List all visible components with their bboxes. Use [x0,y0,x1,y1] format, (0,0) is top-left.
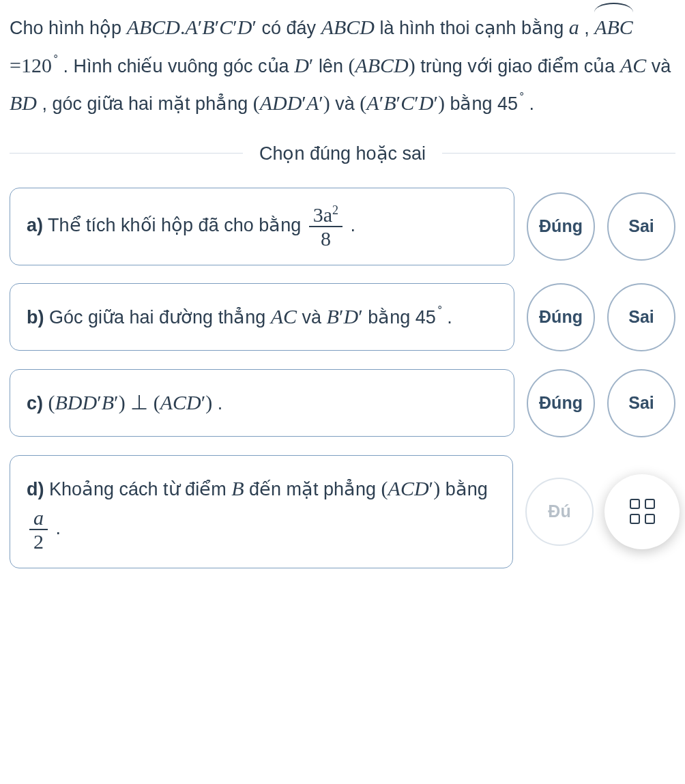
prompt-text: trùng với giao điểm của [420,56,620,76]
math-arc-abc: ABC [594,8,633,46]
question-row-c: c) (BDD′B′) ⊥ (ACD′) . Đúng Sai [10,369,675,437]
math-ac: AC [620,54,646,76]
prompt-text: và [335,93,360,114]
true-button-d[interactable]: Đú [525,478,594,546]
question-label: d) [27,479,44,499]
prompt-text: bằng 45 [450,93,518,114]
question-row-b: b) Góc giữa hai đường thẳng AC và B′D′ b… [10,283,675,351]
question-tail: . [56,518,61,538]
math-a: a [569,16,579,38]
degree-symbol: ∘ [519,88,525,99]
answer-group-d: Đú [525,474,675,549]
math-bd: BD [10,91,37,114]
math-paren-abcd: (ABCD) [348,54,415,76]
math-d-prime: D′ [294,54,313,76]
false-button-c[interactable]: Sai [607,369,675,437]
fraction: a 2 [29,506,48,553]
math-eq120: =120 [10,54,52,76]
math-addpap: (ADD′A′) [253,91,330,114]
prompt-text: và [652,56,671,76]
question-text: Góc giữa hai đường thẳng [49,307,271,328]
math-b: B [231,477,244,499]
question-text: và [302,307,327,328]
question-tail: . [218,393,223,413]
question-text: bằng [446,479,488,499]
degree-symbol: ∘ [53,50,59,61]
math-bpdp: B′D′ [327,305,363,328]
prompt-text: . [529,93,535,114]
instruction-divider: Chọn đúng hoặc sai [10,143,675,164]
prompt-text: Cho hình hộp [10,18,127,38]
question-label: c) [27,393,43,413]
question-box-d: d) Khoảng cách từ điểm B đến mặt phẳng (… [10,455,513,569]
question-tail: . [351,215,356,235]
math-acdp: (ACD′) [154,391,213,413]
prompt-text: , góc giữa hai mặt phẳng [42,93,253,114]
question-text: bằng 45 [368,307,436,328]
prompt-text: . Hình chiếu vuông góc của [63,56,294,76]
question-box-c: c) (BDD′B′) ⊥ (ACD′) . [10,369,514,437]
math-abcd: ABCD [321,16,375,38]
divider-line [442,153,675,154]
prompt-text: có đáy [262,18,321,38]
grid-icon [630,499,655,524]
prompt-text: là hình thoi cạnh bằng [379,18,568,38]
divider-line [10,153,243,154]
question-box-b: b) Góc giữa hai đường thẳng AC và B′D′ b… [10,283,514,351]
question-text: Thể tích khối hộp đã cho bằng [48,215,306,235]
question-label: b) [27,307,44,328]
math-apbpcpdp: (A′B′C′D′) [360,91,445,114]
question-box-a: a) Thể tích khối hộp đã cho bằng 3a2 8 . [10,188,514,265]
divider-label: Chọn đúng hoặc sai [243,143,442,164]
question-tail: . [447,307,452,328]
question-text: Khoảng cách từ điểm [49,479,231,499]
true-button-c[interactable]: Đúng [527,369,595,437]
problem-prompt: Cho hình hộp ABCD.A′B′C′D′ có đáy ABCD l… [10,8,675,122]
false-button-a[interactable]: Sai [607,192,675,261]
true-button-a[interactable]: Đúng [527,192,595,261]
true-button-b[interactable]: Đúng [527,283,595,351]
math-ac: AC [271,305,297,328]
perp-symbol: ⊥ [130,391,154,413]
math-box: ABCD.A′B′C′D′ [127,16,257,38]
prompt-text: lên [319,56,349,76]
false-button-b[interactable]: Sai [607,283,675,351]
math-acdp: (ACD′) [381,477,441,499]
fraction: 3a2 8 [309,203,342,250]
question-row-a: a) Thể tích khối hộp đã cho bằng 3a2 8 .… [10,188,675,265]
degree-symbol: ∘ [437,302,443,313]
prompt-text: , [584,18,594,38]
math-bddpbp: (BDD′B′) [48,391,126,413]
question-label: a) [27,215,43,235]
grid-fab-button[interactable] [604,474,680,549]
question-text: đến mặt phẳng [249,479,381,499]
question-row-d: d) Khoảng cách từ điểm B đến mặt phẳng (… [10,455,675,569]
